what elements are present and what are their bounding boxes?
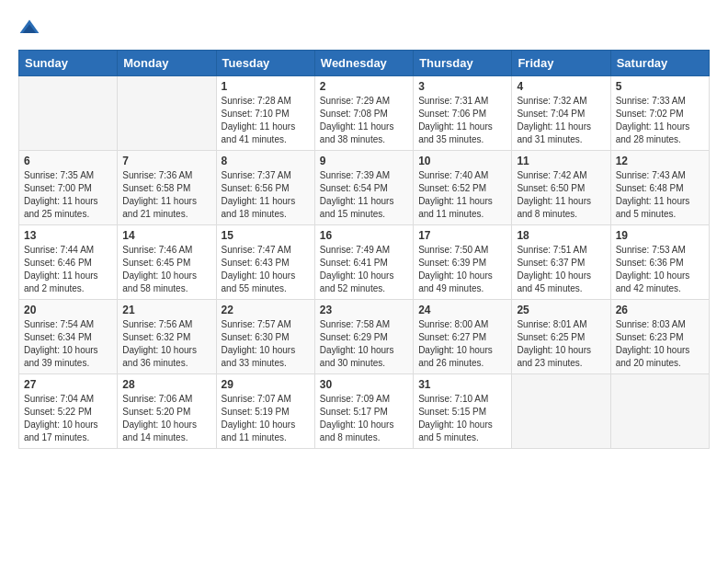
day-content: Sunrise: 8:01 AM Sunset: 6:25 PM Dayligh…	[517, 318, 605, 370]
day-content: Sunrise: 7:47 AM Sunset: 6:43 PM Dayligh…	[222, 244, 310, 295]
day-content: Sunrise: 7:51 AM Sunset: 6:37 PM Dayligh…	[517, 244, 605, 295]
calendar-cell: 23Sunrise: 7:58 AM Sunset: 6:29 PM Dayli…	[314, 300, 413, 374]
day-content: Sunrise: 7:39 AM Sunset: 6:54 PM Dayligh…	[320, 169, 408, 221]
day-content: Sunrise: 7:06 AM Sunset: 5:20 PM Dayligh…	[122, 393, 210, 444]
day-content: Sunrise: 7:43 AM Sunset: 6:48 PM Dayligh…	[616, 169, 704, 221]
calendar-cell: 8Sunrise: 7:37 AM Sunset: 6:56 PM Daylig…	[216, 151, 314, 225]
column-header-sunday: Sunday	[19, 51, 118, 76]
day-content: Sunrise: 7:36 AM Sunset: 6:58 PM Dayligh…	[122, 169, 210, 221]
logo	[18, 18, 44, 40]
day-number: 20	[24, 304, 112, 316]
day-content: Sunrise: 7:10 AM Sunset: 5:15 PM Dayligh…	[418, 393, 506, 444]
calendar-cell: 30Sunrise: 7:09 AM Sunset: 5:17 PM Dayli…	[314, 374, 413, 449]
calendar-cell: 5Sunrise: 7:33 AM Sunset: 7:02 PM Daylig…	[610, 76, 709, 151]
day-number: 24	[418, 304, 506, 316]
calendar-cell: 2Sunrise: 7:29 AM Sunset: 7:08 PM Daylig…	[314, 76, 413, 151]
day-content: Sunrise: 8:00 AM Sunset: 6:27 PM Dayligh…	[418, 318, 506, 370]
day-number: 12	[616, 155, 704, 167]
day-number: 9	[320, 155, 408, 167]
day-number: 15	[222, 229, 310, 242]
calendar-cell: 6Sunrise: 7:35 AM Sunset: 7:00 PM Daylig…	[19, 151, 118, 225]
calendar-week-row: 13Sunrise: 7:44 AM Sunset: 6:46 PM Dayli…	[19, 225, 710, 300]
day-content: Sunrise: 7:35 AM Sunset: 7:00 PM Dayligh…	[24, 169, 112, 221]
day-content: Sunrise: 7:53 AM Sunset: 6:36 PM Dayligh…	[616, 244, 704, 295]
calendar-cell	[19, 76, 118, 151]
day-content: Sunrise: 8:03 AM Sunset: 6:23 PM Dayligh…	[616, 318, 704, 370]
day-content: Sunrise: 7:42 AM Sunset: 6:50 PM Dayligh…	[517, 169, 605, 221]
day-content: Sunrise: 7:50 AM Sunset: 6:39 PM Dayligh…	[418, 244, 506, 295]
day-number: 28	[122, 378, 210, 391]
day-number: 18	[517, 229, 605, 242]
day-number: 11	[517, 155, 605, 167]
calendar-cell	[118, 76, 216, 151]
calendar-cell	[512, 374, 610, 449]
day-content: Sunrise: 7:28 AM Sunset: 7:10 PM Dayligh…	[222, 95, 310, 146]
calendar-cell: 20Sunrise: 7:54 AM Sunset: 6:34 PM Dayli…	[19, 300, 118, 374]
calendar-cell: 28Sunrise: 7:06 AM Sunset: 5:20 PM Dayli…	[118, 374, 216, 449]
page-header	[18, 18, 710, 40]
day-content: Sunrise: 7:33 AM Sunset: 7:02 PM Dayligh…	[616, 95, 704, 146]
day-number: 23	[320, 304, 408, 316]
day-content: Sunrise: 7:04 AM Sunset: 5:22 PM Dayligh…	[24, 393, 112, 444]
calendar-cell: 15Sunrise: 7:47 AM Sunset: 6:43 PM Dayli…	[216, 225, 314, 300]
day-number: 29	[222, 378, 310, 391]
day-number: 10	[418, 155, 506, 167]
day-content: Sunrise: 7:32 AM Sunset: 7:04 PM Dayligh…	[517, 95, 605, 146]
column-header-saturday: Saturday	[610, 51, 709, 76]
calendar-cell: 17Sunrise: 7:50 AM Sunset: 6:39 PM Dayli…	[414, 225, 512, 300]
calendar-cell: 7Sunrise: 7:36 AM Sunset: 6:58 PM Daylig…	[118, 151, 216, 225]
column-header-monday: Monday	[118, 51, 216, 76]
day-number: 4	[517, 80, 605, 93]
column-header-friday: Friday	[512, 51, 610, 76]
calendar-cell: 10Sunrise: 7:40 AM Sunset: 6:52 PM Dayli…	[414, 151, 512, 225]
day-number: 3	[418, 80, 506, 93]
day-number: 1	[222, 80, 310, 93]
calendar-cell: 18Sunrise: 7:51 AM Sunset: 6:37 PM Dayli…	[512, 225, 610, 300]
day-content: Sunrise: 7:07 AM Sunset: 5:19 PM Dayligh…	[222, 393, 310, 444]
calendar-week-row: 1Sunrise: 7:28 AM Sunset: 7:10 PM Daylig…	[19, 76, 710, 151]
day-number: 17	[418, 229, 506, 242]
column-header-tuesday: Tuesday	[216, 51, 314, 76]
day-content: Sunrise: 7:37 AM Sunset: 6:56 PM Dayligh…	[222, 169, 310, 221]
day-number: 21	[122, 304, 210, 316]
calendar-cell: 31Sunrise: 7:10 AM Sunset: 5:15 PM Dayli…	[414, 374, 512, 449]
day-content: Sunrise: 7:49 AM Sunset: 6:41 PM Dayligh…	[320, 244, 408, 295]
calendar-week-row: 20Sunrise: 7:54 AM Sunset: 6:34 PM Dayli…	[19, 300, 710, 374]
calendar-cell: 19Sunrise: 7:53 AM Sunset: 6:36 PM Dayli…	[610, 225, 709, 300]
calendar-cell: 11Sunrise: 7:42 AM Sunset: 6:50 PM Dayli…	[512, 151, 610, 225]
day-number: 26	[616, 304, 704, 316]
calendar-cell: 25Sunrise: 8:01 AM Sunset: 6:25 PM Dayli…	[512, 300, 610, 374]
day-number: 22	[222, 304, 310, 316]
calendar-cell: 12Sunrise: 7:43 AM Sunset: 6:48 PM Dayli…	[610, 151, 709, 225]
day-content: Sunrise: 7:29 AM Sunset: 7:08 PM Dayligh…	[320, 95, 408, 146]
calendar-cell: 9Sunrise: 7:39 AM Sunset: 6:54 PM Daylig…	[314, 151, 413, 225]
day-number: 30	[320, 378, 408, 391]
day-number: 5	[616, 80, 704, 93]
column-header-wednesday: Wednesday	[314, 51, 413, 76]
day-content: Sunrise: 7:44 AM Sunset: 6:46 PM Dayligh…	[24, 244, 112, 295]
calendar-cell: 21Sunrise: 7:56 AM Sunset: 6:32 PM Dayli…	[118, 300, 216, 374]
day-number: 27	[24, 378, 112, 391]
calendar-cell: 14Sunrise: 7:46 AM Sunset: 6:45 PM Dayli…	[118, 225, 216, 300]
day-content: Sunrise: 7:09 AM Sunset: 5:17 PM Dayligh…	[320, 393, 408, 444]
day-number: 6	[24, 155, 112, 167]
day-content: Sunrise: 7:57 AM Sunset: 6:30 PM Dayligh…	[222, 318, 310, 370]
day-number: 8	[222, 155, 310, 167]
day-number: 31	[418, 378, 506, 391]
calendar-cell: 13Sunrise: 7:44 AM Sunset: 6:46 PM Dayli…	[19, 225, 118, 300]
calendar-cell: 29Sunrise: 7:07 AM Sunset: 5:19 PM Dayli…	[216, 374, 314, 449]
calendar-header-row: SundayMondayTuesdayWednesdayThursdayFrid…	[19, 51, 710, 76]
calendar-cell: 27Sunrise: 7:04 AM Sunset: 5:22 PM Dayli…	[19, 374, 118, 449]
calendar-table: SundayMondayTuesdayWednesdayThursdayFrid…	[18, 50, 710, 449]
day-content: Sunrise: 7:54 AM Sunset: 6:34 PM Dayligh…	[24, 318, 112, 370]
calendar-cell: 4Sunrise: 7:32 AM Sunset: 7:04 PM Daylig…	[512, 76, 610, 151]
day-content: Sunrise: 7:40 AM Sunset: 6:52 PM Dayligh…	[418, 169, 506, 221]
day-number: 25	[517, 304, 605, 316]
calendar-cell: 22Sunrise: 7:57 AM Sunset: 6:30 PM Dayli…	[216, 300, 314, 374]
day-number: 19	[616, 229, 704, 242]
logo-icon	[18, 18, 40, 40]
day-content: Sunrise: 7:46 AM Sunset: 6:45 PM Dayligh…	[122, 244, 210, 295]
day-number: 2	[320, 80, 408, 93]
day-number: 16	[320, 229, 408, 242]
column-header-thursday: Thursday	[414, 51, 512, 76]
